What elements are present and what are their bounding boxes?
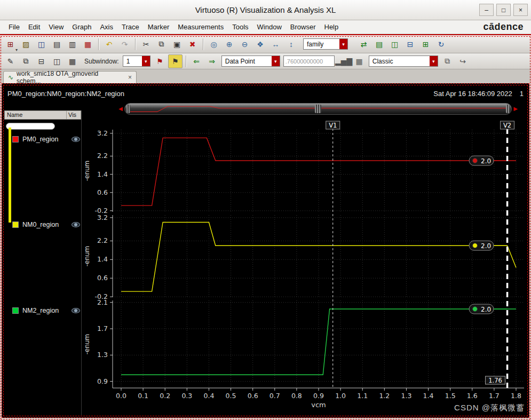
new-waveform-button[interactable]: ⊞▾	[3, 37, 18, 51]
horizontal-marker-button[interactable]: ⚑	[168, 54, 183, 68]
tab-close-icon[interactable]: ×	[128, 74, 132, 81]
zoom-fit-button[interactable]: ◎	[207, 37, 221, 51]
mouse-mode-dropdown[interactable]: Data Point ▾	[221, 56, 280, 67]
zoom-in-button[interactable]: ⊕	[222, 37, 236, 51]
svg-text:1.1: 1.1	[357, 392, 368, 400]
menu-tools[interactable]: Tools	[228, 21, 252, 33]
menu-file[interactable]: File	[4, 21, 24, 33]
overview-right-handle[interactable]	[506, 105, 510, 113]
histogram-button[interactable]: ▂▅▇	[337, 54, 351, 68]
maximize-button[interactable]: □	[496, 4, 511, 16]
datapoint-value-field[interactable]	[283, 56, 335, 67]
cards-view-button[interactable]: ⧉	[19, 54, 33, 68]
export-graph-button[interactable]: ↪	[456, 54, 470, 68]
calculator-tool-button[interactable]: ▦	[352, 54, 367, 68]
signal-row-nm2[interactable]: NM2_region	[12, 306, 80, 315]
menu-help[interactable]: Help	[320, 21, 343, 33]
scroll-right-icon[interactable]: ▶	[513, 106, 518, 112]
copy-button[interactable]: ⧉	[154, 37, 169, 51]
export-image-button[interactable]: ▥	[65, 37, 80, 51]
overlay-mode-button[interactable]: ⊟	[403, 37, 417, 51]
trace-PM0_region[interactable]	[121, 138, 516, 205]
zoom-out-button[interactable]: ⊖	[237, 37, 252, 51]
svg-text:1.8: 1.8	[511, 392, 521, 400]
zoom-x-button[interactable]: ↔	[268, 37, 283, 51]
svg-text:2.2: 2.2	[97, 236, 108, 244]
minimize-button[interactable]: –	[479, 4, 494, 16]
split-strips-button[interactable]: ◫	[387, 37, 402, 51]
horizontal-split-button[interactable]: ⊟	[34, 54, 49, 68]
visibility-eye-icon[interactable]	[72, 308, 80, 313]
toolbar-separator	[98, 38, 99, 50]
overview-scrollbar[interactable]: ◀ ▶	[118, 101, 518, 116]
window-grid-button[interactable]: ▦	[65, 54, 80, 68]
menu-edit[interactable]: Edit	[24, 21, 44, 33]
delete-button[interactable]: ✖	[185, 37, 200, 51]
overview-left-handle[interactable]	[126, 105, 130, 113]
signal-name: NM2_region	[22, 307, 68, 314]
vertical-marker-button[interactable]: ⚑	[153, 54, 167, 68]
previous-point-button[interactable]: ⇐	[189, 54, 204, 68]
menu-view[interactable]: View	[44, 21, 68, 33]
copy-graph-button[interactable]: ⧉	[440, 54, 455, 68]
overview-center-handle[interactable]	[315, 105, 321, 113]
trace-color-swatch	[12, 221, 19, 228]
name-column-header[interactable]: Name	[5, 111, 67, 119]
pan-button[interactable]: ❖	[253, 37, 267, 51]
new-subwindow-button[interactable]: ⊞	[418, 37, 433, 51]
next-point-button[interactable]: ⇒	[205, 54, 219, 68]
vis-column-header[interactable]: Vis	[67, 111, 81, 119]
waveform-plot[interactable]: 3.22.21.40.6-0.2-enum2.03.22.21.40.6-0.2…	[82, 120, 529, 411]
overview-track[interactable]	[124, 103, 512, 115]
signal-row-nm0[interactable]: NM0_region	[12, 220, 80, 229]
toolbar-marker-group: ⚑⚑	[152, 54, 183, 68]
print-button[interactable]: ▤	[50, 37, 64, 51]
swap-axes-button[interactable]: ⇄	[356, 37, 371, 51]
menu-window[interactable]: Window	[253, 21, 286, 33]
svg-text:-enum: -enum	[83, 246, 91, 267]
zoom-y-button[interactable]: ↕	[284, 37, 298, 51]
undo-button[interactable]: ↶	[102, 37, 116, 51]
page-number: 1	[520, 90, 524, 98]
menubar: FileEditViewGraphAxisTraceMarkerMeasurem…	[0, 20, 531, 34]
timestamp: Sat Apr 16 18:46:09 2022	[433, 90, 512, 98]
vertical-split-button[interactable]: ◫	[50, 54, 64, 68]
cut-button[interactable]: ✂	[139, 37, 153, 51]
dropdown-caret-icon: ▾	[272, 56, 280, 66]
paste-button[interactable]: ▣	[170, 37, 184, 51]
open-results-button[interactable]: ▨	[19, 37, 33, 51]
refresh-plot-button[interactable]: ↻	[434, 37, 448, 51]
scroll-left-icon[interactable]: ◀	[118, 106, 123, 112]
visibility-eye-icon[interactable]	[72, 137, 80, 142]
family-dropdown[interactable]: family ▾	[303, 38, 348, 50]
tab-graph[interactable]: ∿ work_smic18 OTA_gmoverid schem... ×	[3, 71, 137, 83]
probe-tool-button[interactable]: ✎	[3, 54, 18, 68]
svg-text:1.4: 1.4	[97, 255, 108, 263]
redo-button[interactable]: ↷	[117, 37, 132, 51]
signal-row-pm0[interactable]: PM0_region	[12, 134, 80, 144]
signal-panel-header: Name Vis	[4, 110, 81, 120]
menu-measurements[interactable]: Measurements	[173, 21, 228, 33]
close-button[interactable]: ×	[513, 4, 528, 16]
menu-trace[interactable]: Trace	[117, 21, 144, 33]
save-button[interactable]: ◫	[34, 37, 49, 51]
calculator-button[interactable]: ▦	[81, 37, 95, 51]
titlebar: Virtuoso (R) Visualization & Analysis XL…	[0, 0, 531, 20]
menu-axis[interactable]: Axis	[96, 21, 117, 33]
dropdown-caret-icon: ▾	[142, 56, 150, 66]
strip-mode-button[interactable]: ▤	[372, 37, 386, 51]
menu-browser[interactable]: Browser	[286, 21, 320, 33]
dropdown-caret-icon: ▾	[15, 47, 18, 52]
visibility-eye-icon[interactable]	[72, 222, 80, 227]
signal-name: NM0_region	[22, 221, 68, 228]
toolbar-main-left-group: ⊞▾▨◫▤▥▦↶↷✂⧉▣✖◎⊕⊖❖↔↕	[3, 37, 299, 51]
svg-text:1.6: 1.6	[467, 392, 478, 400]
mouse-mode-value: Data Point	[225, 58, 255, 65]
menu-marker[interactable]: Marker	[144, 21, 173, 33]
subwindow-spinner[interactable]: 1 ▾	[123, 56, 150, 67]
svg-text:1.3: 1.3	[97, 351, 108, 359]
svg-text:1.4: 1.4	[97, 170, 108, 178]
menu-graph[interactable]: Graph	[68, 21, 96, 33]
signal-filter-input[interactable]	[6, 123, 55, 130]
style-dropdown[interactable]: Classic ▾	[369, 56, 438, 67]
